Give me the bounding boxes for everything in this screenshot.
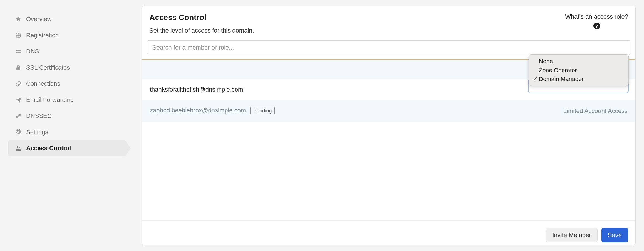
svg-rect-2 xyxy=(16,52,21,53)
check-icon: ✓ xyxy=(533,76,537,82)
member-email: thanksforallthefish@dnsimple.com xyxy=(150,86,243,93)
key-icon xyxy=(15,113,22,119)
sidebar-item-label: Access Control xyxy=(26,145,71,152)
sidebar-item-dns[interactable]: DNS xyxy=(8,43,125,60)
sidebar-item-connections[interactable]: Connections xyxy=(8,76,125,92)
role-dropdown[interactable]: None Zone Operator ✓ Domain Manager xyxy=(529,54,629,86)
globe-icon xyxy=(15,32,22,39)
link-icon xyxy=(15,80,22,87)
dropdown-option-label: Zone Operator xyxy=(539,67,577,73)
dropdown-option-domain-manager[interactable]: ✓ Domain Manager xyxy=(529,75,628,83)
invite-member-button[interactable]: Invite Member xyxy=(546,228,597,242)
sidebar-item-label: DNS xyxy=(26,48,39,55)
dropdown-option-label: Domain Manager xyxy=(539,76,584,82)
sidebar-item-settings[interactable]: Settings xyxy=(8,124,125,140)
member-email: zaphod.beeblebrox@dnsimple.com xyxy=(150,107,246,114)
sidebar-item-label: Settings xyxy=(26,129,48,136)
member-search-input[interactable] xyxy=(147,40,630,55)
sidebar-item-registration[interactable]: Registration xyxy=(8,27,125,43)
svg-rect-3 xyxy=(16,67,20,70)
sidebar-item-label: Connections xyxy=(26,80,60,87)
panel-footer: Invite Member Save xyxy=(142,220,635,245)
svg-point-6 xyxy=(19,147,20,148)
dropdown-option-zone-operator[interactable]: Zone Operator xyxy=(529,66,628,75)
server-icon xyxy=(15,48,22,55)
svg-rect-1 xyxy=(16,50,21,51)
sidebar-item-access-control[interactable]: Access Control xyxy=(8,140,125,156)
sidebar: Overview Registration DNS SSL Certificat… xyxy=(8,6,125,245)
question-icon: ? xyxy=(593,23,600,29)
users-icon xyxy=(15,145,22,152)
svg-point-5 xyxy=(17,146,18,148)
member-role: Limited Account Access xyxy=(563,107,628,115)
sidebar-item-ssl[interactable]: SSL Certificates xyxy=(8,60,125,76)
page-title: Access Control xyxy=(149,13,254,22)
sidebar-item-email-forwarding[interactable]: Email Forwarding xyxy=(8,92,125,108)
sidebar-item-label: SSL Certificates xyxy=(26,64,70,71)
page-subtitle: Set the level of access for this domain. xyxy=(149,27,254,34)
member-row: zaphod.beeblebrox@dnsimple.com Pending L… xyxy=(142,100,635,122)
sidebar-item-overview[interactable]: Overview xyxy=(8,11,125,27)
lock-icon xyxy=(15,64,22,71)
panel-header: Access Control Set the level of access f… xyxy=(142,6,635,40)
help-link[interactable]: What's an access role? ? xyxy=(565,13,628,34)
sidebar-item-dnssec[interactable]: DNSSEC xyxy=(8,108,125,124)
pending-badge: Pending xyxy=(250,107,275,115)
home-icon xyxy=(15,16,22,23)
save-button[interactable]: Save xyxy=(601,228,628,242)
dropdown-option-none[interactable]: None xyxy=(529,57,628,66)
member-row-dropdown-host: None Zone Operator ✓ Domain Manager xyxy=(142,60,635,79)
svg-point-4 xyxy=(16,116,18,118)
sidebar-item-label: Registration xyxy=(26,32,59,39)
help-label: What's an access role? xyxy=(565,13,628,20)
dropdown-option-label: None xyxy=(539,58,553,65)
gear-icon xyxy=(15,129,22,136)
paper-plane-icon xyxy=(15,97,22,103)
sidebar-item-label: Overview xyxy=(26,16,52,23)
sidebar-item-label: DNSSEC xyxy=(26,112,52,120)
access-control-panel: Access Control Set the level of access f… xyxy=(142,6,636,245)
sidebar-item-label: Email Forwarding xyxy=(26,96,74,104)
